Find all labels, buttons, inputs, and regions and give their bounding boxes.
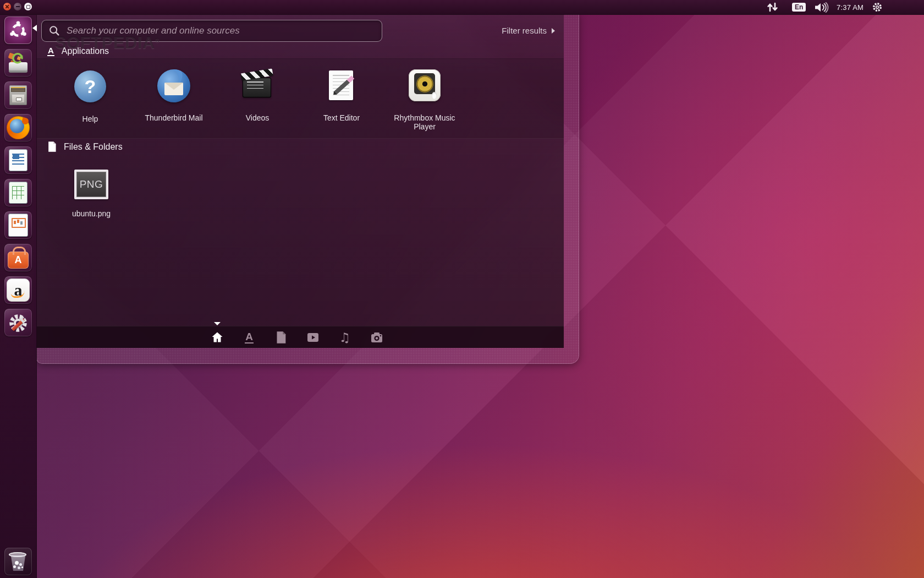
amazon-icon: a (7, 279, 30, 302)
launcher-item-libreoffice-calc[interactable] (4, 179, 32, 206)
app-label: Thunderbird Mail (138, 113, 210, 122)
thunderbird-icon (157, 69, 190, 102)
system-settings-icon (7, 312, 29, 334)
active-lens-indicator-icon (214, 322, 221, 325)
unity-launcher: A a (0, 14, 37, 578)
lens-bar: A ♫ (36, 326, 564, 348)
lens-home[interactable] (207, 328, 227, 347)
files-lens-icon (47, 141, 57, 152)
launcher-item-system-settings[interactable] (4, 309, 32, 336)
software-center-icon: A (8, 252, 29, 269)
app-label: Videos (221, 113, 294, 122)
minimize-icon[interactable] (14, 3, 21, 10)
launcher-item-amazon[interactable]: a (4, 276, 32, 304)
app-result-text-editor[interactable]: Text Editor (305, 69, 378, 122)
launcher-item-software-center[interactable]: A (4, 244, 32, 271)
amazon-letter: a (14, 281, 23, 299)
text-editor-icon (324, 69, 359, 102)
app-label: Help (54, 114, 127, 123)
music-lens-icon: ♫ (339, 331, 351, 344)
dash-pointer-icon (32, 25, 37, 31)
home-lens-icon (211, 331, 224, 344)
applications-lens-icon: A (47, 46, 54, 56)
videos-icon (240, 69, 274, 101)
file-result-ubuntu-png[interactable]: PNG ubuntu.png (58, 170, 124, 218)
launcher-item-libreoffice-impress[interactable] (4, 211, 32, 239)
launcher-item-libreoffice-writer[interactable] (4, 146, 32, 174)
rhythmbox-icon (409, 69, 441, 101)
lens-music[interactable]: ♫ (335, 328, 355, 347)
launcher-item-trash[interactable] (4, 548, 32, 575)
session-gear-icon[interactable] (872, 0, 883, 14)
trash-icon (8, 551, 28, 572)
files-section-title: Files & Folders (64, 142, 123, 152)
top-panel: En 7:37 AM (0, 0, 924, 15)
keyboard-indicator[interactable]: En (792, 0, 806, 14)
png-badge: PNG (80, 178, 103, 190)
libreoffice-calc-icon (9, 182, 28, 204)
applications-section-title: Applications (62, 46, 109, 56)
app-label: Rhythmbox Music Player (388, 113, 461, 131)
filter-results-button[interactable]: Filter results (502, 26, 555, 35)
software-center-letter: A (15, 254, 22, 266)
files-icon (9, 85, 27, 105)
file-label: ubuntu.png (58, 209, 124, 218)
launcher-item-files[interactable] (4, 81, 32, 109)
app-result-help[interactable]: ? Help (54, 69, 127, 123)
search-bar[interactable] (41, 20, 382, 42)
png-thumbnail: PNG (74, 170, 108, 199)
app-result-rhythmbox[interactable]: Rhythmbox Music Player (388, 69, 461, 131)
clock-text: 7:37 AM (837, 3, 864, 12)
search-input[interactable] (65, 25, 375, 37)
libreoffice-writer-icon (9, 149, 28, 171)
volume-icon[interactable] (814, 0, 831, 14)
keyboard-layout-badge: En (792, 3, 806, 12)
lens-photos[interactable] (367, 328, 387, 347)
lens-applications[interactable]: A (239, 328, 259, 347)
applications-lens-icon: A (245, 331, 254, 343)
files-section-header: Files & Folders (47, 141, 123, 152)
dash-overlay: Filter results SOFTPEDIA® A Applications… (36, 14, 564, 348)
app-label: Text Editor (305, 113, 378, 122)
filter-arrow-icon (552, 28, 555, 34)
search-icon (48, 25, 61, 37)
maximize-icon[interactable] (24, 3, 32, 10)
photos-lens-icon (370, 331, 383, 343)
lens-files[interactable] (271, 328, 291, 347)
applications-section-header: A Applications (47, 46, 109, 56)
filter-results-label: Filter results (502, 26, 547, 35)
launcher-item-software-updater[interactable] (4, 49, 32, 77)
app-result-thunderbird[interactable]: Thunderbird Mail (138, 69, 210, 122)
video-lens-icon (306, 331, 320, 343)
launcher-item-firefox[interactable] (4, 114, 32, 141)
desktop: En 7:37 AM (0, 0, 924, 578)
software-updater-icon (8, 52, 29, 73)
close-icon[interactable] (3, 3, 11, 10)
dash-home-button[interactable] (4, 17, 32, 44)
lens-video[interactable] (303, 328, 323, 347)
help-icon: ? (74, 70, 106, 102)
libreoffice-impress-icon (8, 214, 28, 237)
firefox-icon (7, 116, 30, 139)
network-arrows-icon[interactable] (766, 0, 779, 14)
files-lens-icon (276, 331, 287, 344)
clock[interactable]: 7:37 AM (837, 0, 864, 14)
app-result-videos[interactable]: Videos (221, 69, 294, 122)
ubuntu-logo-icon (9, 21, 28, 40)
